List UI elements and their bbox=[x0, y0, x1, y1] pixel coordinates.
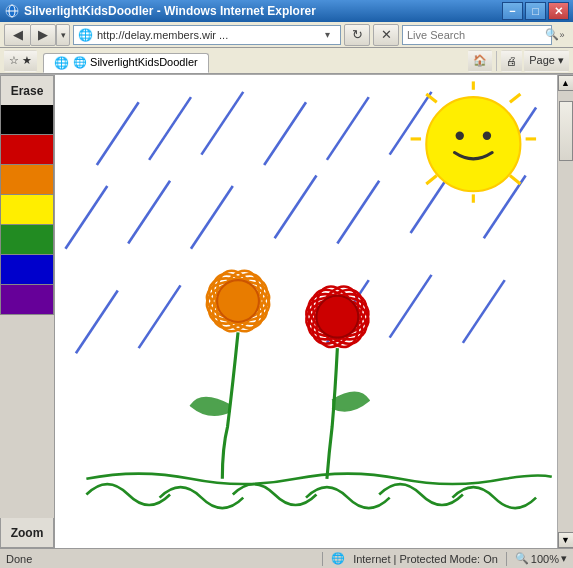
refresh-button[interactable]: ↻ bbox=[344, 24, 370, 46]
svg-line-3 bbox=[97, 102, 139, 165]
browser-content: Erase Zoom bbox=[0, 74, 573, 548]
color-orange[interactable] bbox=[0, 165, 54, 195]
window-title: SilverlightKidsDoodler - Windows Interne… bbox=[24, 4, 502, 18]
zoom-dropdown-icon[interactable]: ▾ bbox=[561, 552, 567, 565]
nav-dropdown-button[interactable]: ▾ bbox=[56, 24, 70, 46]
security-zone-icon: 🌐 bbox=[331, 552, 345, 565]
scroll-down-button[interactable]: ▼ bbox=[558, 532, 574, 548]
svg-line-6 bbox=[264, 102, 306, 165]
back-button[interactable]: ◀ bbox=[4, 24, 30, 46]
zoom-icon: 🔍 bbox=[515, 552, 529, 565]
address-bar: ◀ ▶ ▾ 🌐 http://delay.members.wir ... ▾ ↻… bbox=[0, 22, 573, 48]
star-icon: ☆ bbox=[9, 54, 19, 67]
color-yellow[interactable] bbox=[0, 195, 54, 225]
scroll-thumb[interactable] bbox=[559, 101, 573, 161]
svg-line-5 bbox=[201, 92, 243, 155]
svg-point-32 bbox=[456, 132, 464, 140]
print-icon: 🖨 bbox=[506, 55, 517, 67]
svg-line-8 bbox=[390, 92, 432, 155]
close-button[interactable]: ✕ bbox=[548, 2, 569, 20]
title-bar: SilverlightKidsDoodler - Windows Interne… bbox=[0, 0, 573, 22]
address-field[interactable]: 🌐 http://delay.members.wir ... ▾ bbox=[73, 25, 341, 45]
color-green[interactable] bbox=[0, 225, 54, 255]
scroll-track[interactable] bbox=[558, 91, 574, 532]
zoom-button[interactable]: Zoom bbox=[0, 518, 54, 548]
drawing-svg bbox=[55, 75, 557, 548]
erase-button[interactable]: Erase bbox=[0, 75, 54, 105]
color-red[interactable] bbox=[0, 135, 54, 165]
address-text: http://delay.members.wir ... bbox=[97, 29, 314, 41]
svg-point-33 bbox=[483, 132, 491, 140]
home-icon: 🏠 bbox=[473, 54, 487, 67]
svg-point-42 bbox=[217, 280, 259, 322]
svg-line-4 bbox=[149, 97, 191, 160]
svg-line-21 bbox=[390, 275, 432, 338]
address-icon: 🌐 bbox=[78, 28, 93, 42]
address-dropdown-button[interactable]: ▾ bbox=[318, 26, 336, 44]
favorites-button[interactable]: ☆ ★ bbox=[4, 50, 37, 72]
tab-bar: 🌐 🌐 SilverlightKidsDoodler bbox=[43, 50, 466, 72]
window-controls: − □ ✕ bbox=[502, 2, 569, 20]
home-button[interactable]: 🏠 bbox=[468, 50, 492, 72]
zoom-display[interactable]: 🔍 100% ▾ bbox=[515, 552, 567, 565]
toolbar-right-controls: 🏠 🖨 Page ▾ bbox=[468, 50, 569, 72]
print-button[interactable]: 🖨 bbox=[501, 50, 522, 72]
svg-line-19 bbox=[139, 285, 181, 348]
svg-point-51 bbox=[316, 296, 358, 338]
status-separator-1 bbox=[322, 552, 323, 566]
restore-button[interactable]: □ bbox=[525, 2, 546, 20]
svg-line-12 bbox=[128, 181, 170, 244]
color-purple[interactable] bbox=[0, 285, 54, 315]
drawing-canvas[interactable] bbox=[55, 75, 557, 548]
svg-line-18 bbox=[76, 291, 118, 354]
toolbar-expand-button[interactable]: » bbox=[555, 24, 569, 46]
zoom-level: 100% bbox=[531, 553, 559, 565]
toolbar-separator-1 bbox=[496, 51, 497, 71]
svg-line-22 bbox=[463, 280, 505, 343]
svg-line-15 bbox=[337, 181, 379, 244]
svg-line-29 bbox=[426, 176, 436, 184]
svg-line-13 bbox=[191, 186, 233, 249]
color-black[interactable] bbox=[0, 105, 54, 135]
page-label: Page ▾ bbox=[529, 54, 564, 67]
drawing-sidebar: Erase Zoom bbox=[0, 75, 55, 548]
stop-button[interactable]: ✕ bbox=[373, 24, 399, 46]
scroll-up-button[interactable]: ▲ bbox=[558, 75, 574, 91]
back-forward-group: ◀ ▶ ▾ bbox=[4, 24, 70, 46]
add-favorites-icon: ★ bbox=[22, 54, 32, 67]
svg-line-27 bbox=[510, 176, 520, 184]
ie-icon bbox=[4, 3, 20, 19]
forward-button[interactable]: ▶ bbox=[30, 24, 56, 46]
svg-line-14 bbox=[275, 176, 317, 239]
security-zone-text: Internet | Protected Mode: On bbox=[353, 553, 498, 565]
status-separator-2 bbox=[506, 552, 507, 566]
svg-line-25 bbox=[510, 94, 520, 102]
status-bar: Done 🌐 Internet | Protected Mode: On 🔍 1… bbox=[0, 548, 573, 568]
search-input[interactable] bbox=[407, 29, 545, 41]
toolbar: ☆ ★ 🌐 🌐 SilverlightKidsDoodler 🏠 🖨 Page … bbox=[0, 48, 573, 74]
status-ready-text: Done bbox=[6, 553, 314, 565]
color-blue[interactable] bbox=[0, 255, 54, 285]
svg-line-11 bbox=[65, 186, 107, 249]
search-box[interactable]: 🔍 bbox=[402, 25, 552, 45]
tab-icon: 🌐 bbox=[54, 56, 69, 70]
svg-point-23 bbox=[426, 97, 520, 191]
vertical-scrollbar[interactable]: ▲ ▼ bbox=[557, 75, 573, 548]
tab-silverlight[interactable]: 🌐 🌐 SilverlightKidsDoodler bbox=[43, 53, 209, 73]
minimize-button[interactable]: − bbox=[502, 2, 523, 20]
page-menu-button[interactable]: Page ▾ bbox=[524, 50, 569, 72]
tab-label: 🌐 SilverlightKidsDoodler bbox=[73, 56, 198, 69]
svg-line-7 bbox=[327, 97, 369, 160]
